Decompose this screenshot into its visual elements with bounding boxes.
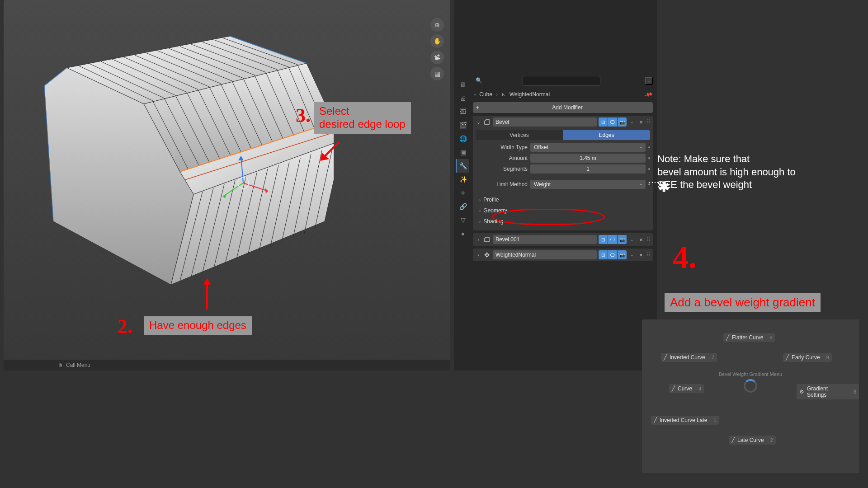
camera-button[interactable]: 📽 xyxy=(430,51,444,64)
width-type-label: Width Type xyxy=(476,144,528,150)
segments-label: Segments xyxy=(476,166,528,172)
properties-tabs: 🖥 🖨 🖼 🎬 🌐 ▣ 🔧 ✨ ⚛ 🔗 ▽ ● xyxy=(456,78,469,240)
amount-field[interactable]: 1.45 m xyxy=(530,154,646,163)
annotation-3: Selectdesired edge loop xyxy=(314,102,411,134)
add-modifier-plus[interactable]: + xyxy=(473,102,482,113)
mode-toggle-display[interactable]: 🖵 xyxy=(608,250,617,259)
curve-icon: ╱ xyxy=(672,385,675,392)
collapse-toggle[interactable]: › xyxy=(476,237,481,242)
tab-scene[interactable]: 🎬 xyxy=(456,118,469,132)
modifier-name-field[interactable] xyxy=(493,235,597,244)
svg-marker-59 xyxy=(203,278,211,285)
tab-data[interactable]: ▽ xyxy=(456,213,469,227)
annotation-2: Have enough edges xyxy=(144,316,252,335)
tab-viewlayer[interactable]: 🖼 xyxy=(456,105,469,118)
delete-modifier[interactable]: × xyxy=(637,250,645,259)
mode-toggle-display[interactable]: 🖵 xyxy=(608,117,617,127)
gear-icon: ⚙ xyxy=(799,389,804,395)
modifier-icon: ⊾ xyxy=(501,91,506,98)
svg-line-60 xyxy=(323,142,339,158)
apply-dropdown[interactable]: ⌄ xyxy=(628,250,636,259)
tab-world[interactable]: 🌐 xyxy=(456,132,469,145)
pie-inverted-curve[interactable]: ╱ Inverted Curve7 xyxy=(661,353,717,362)
apply-dropdown[interactable]: ⌄ xyxy=(628,117,636,127)
segments-field[interactable]: 1 xyxy=(530,164,646,174)
drag-handle-icon[interactable]: ⠿ xyxy=(646,236,650,243)
mode-toggle-render[interactable]: 📷 xyxy=(618,250,627,259)
hand-icon: ✋ xyxy=(434,38,441,45)
mode-toggle-render[interactable]: 📷 xyxy=(618,117,627,127)
collapse-toggle[interactable]: › xyxy=(476,252,481,258)
limit-method-dropdown[interactable]: Weight xyxy=(530,180,646,189)
anim-dot[interactable] xyxy=(648,146,650,148)
breadcrumb-object[interactable]: Cube xyxy=(479,91,492,98)
mode-toggle-edit[interactable]: ⊡ xyxy=(599,235,608,244)
grid-button[interactable]: ▦ xyxy=(430,67,444,80)
camera-icon: 📽 xyxy=(434,54,440,61)
bevel-mode-vertices[interactable]: Vertices xyxy=(476,130,563,140)
annotation-4: Add a bevel weight gradient xyxy=(665,293,821,312)
status-text: Call Menu xyxy=(66,362,90,368)
drag-handle-icon[interactable]: ⠿ xyxy=(646,252,650,258)
anim-dot[interactable] xyxy=(648,157,650,159)
properties-search[interactable] xyxy=(523,76,600,86)
properties-panel: 🖥 🖨 🖼 🎬 🌐 ▣ 🔧 ✨ ⚛ 🔗 ▽ ● 🔍 ⌄ ▫ Cube › ⊾ W… xyxy=(454,0,657,371)
pan-button[interactable]: ✋ xyxy=(430,34,444,48)
viewport-nav-buttons: ⊕ ✋ 📽 ▦ xyxy=(430,18,444,80)
zoom-button[interactable]: ⊕ xyxy=(430,18,444,32)
pie-early-curve[interactable]: ╱ Early Curve9 xyxy=(783,353,832,362)
note-text: Note: Make sure that bevel amount is hig… xyxy=(657,153,796,192)
weighted-normal-icon xyxy=(483,251,491,259)
tab-particles[interactable]: ✨ xyxy=(456,173,469,186)
tab-material[interactable]: ● xyxy=(456,227,469,240)
modifier-bevel: ⌄ ⊡ 🖵 📷 ⌄ × ⠿ Vertices Edges Width Ty xyxy=(473,116,653,230)
grid-icon: ▦ xyxy=(434,70,440,77)
anim-keyframe-dots xyxy=(649,181,663,184)
pin-icon[interactable]: 📌 xyxy=(644,90,653,99)
breadcrumb-modifier[interactable]: WeightedNormal xyxy=(509,91,550,98)
annotation-number-2: 2. xyxy=(118,315,132,338)
annotation-number-4: 4. xyxy=(673,239,697,276)
mode-toggle-display[interactable]: 🖵 xyxy=(608,235,617,244)
tab-object[interactable]: ▣ xyxy=(456,145,469,159)
tab-physics[interactable]: ⚛ xyxy=(456,186,469,200)
anim-dot[interactable] xyxy=(648,168,650,170)
pie-menu-title: Bevel Weight Gradient Menu xyxy=(719,371,782,377)
limit-method-label: Limit Method xyxy=(476,181,528,188)
viewport-3d[interactable]: ⊕ ✋ 📽 ▦ 🖱 Call Menu xyxy=(4,0,450,371)
tab-output[interactable]: 🖨 xyxy=(456,91,469,105)
bevel-icon xyxy=(483,235,491,244)
wrench-icon: 🔧 xyxy=(459,162,467,169)
profile-section[interactable]: ›Profile xyxy=(476,194,650,205)
pie-menu-panel: Bevel Weight Gradient Menu ╱ Flatter Cur… xyxy=(642,319,859,473)
geometry-section[interactable]: ›Geometry xyxy=(476,205,650,216)
pie-inverted-curve-late[interactable]: ╱ Inverted Curve Late1 xyxy=(651,416,719,425)
pie-flatter-curve[interactable]: ╱ Flatter Curve8 xyxy=(723,333,775,342)
curve-icon: ╱ xyxy=(654,417,657,423)
apply-dropdown[interactable]: ⌄ xyxy=(628,235,636,244)
bevel-mode-edges[interactable]: Edges xyxy=(563,130,650,140)
tab-render[interactable]: 🖥 xyxy=(456,78,469,91)
drag-handle-icon[interactable]: ⠿ xyxy=(646,119,650,125)
magnify-plus-icon: ⊕ xyxy=(434,21,440,28)
tab-constraints[interactable]: 🔗 xyxy=(456,200,469,213)
add-modifier-button[interactable]: Add Modifier xyxy=(482,102,653,113)
delete-modifier[interactable]: × xyxy=(637,235,645,244)
pie-curve[interactable]: ╱ Curve4 xyxy=(669,384,704,393)
pie-late-curve[interactable]: ╱ Late Curve2 xyxy=(729,436,776,445)
options-dropdown[interactable]: ⌄ xyxy=(645,77,653,85)
width-type-dropdown[interactable]: Offset xyxy=(530,143,646,152)
mode-toggle-edit[interactable]: ⊡ xyxy=(599,250,608,259)
shading-section[interactable]: ›Shading xyxy=(476,216,650,227)
pie-gradient-settings[interactable]: ⚙ Gradient Settings6 xyxy=(797,384,859,399)
modifier-name-field[interactable] xyxy=(493,117,597,127)
mode-toggle-render[interactable]: 📷 xyxy=(618,235,627,244)
delete-modifier[interactable]: × xyxy=(637,117,645,127)
tab-modifiers[interactable]: 🔧 xyxy=(456,159,469,173)
mode-toggle-edit[interactable]: ⊡ xyxy=(599,117,608,127)
bevel-icon xyxy=(483,118,491,126)
collapse-toggle[interactable]: ⌄ xyxy=(476,119,481,125)
curve-icon: ╱ xyxy=(726,334,729,341)
modifier-name-field[interactable] xyxy=(493,250,597,259)
amount-label: Amount xyxy=(476,155,528,161)
